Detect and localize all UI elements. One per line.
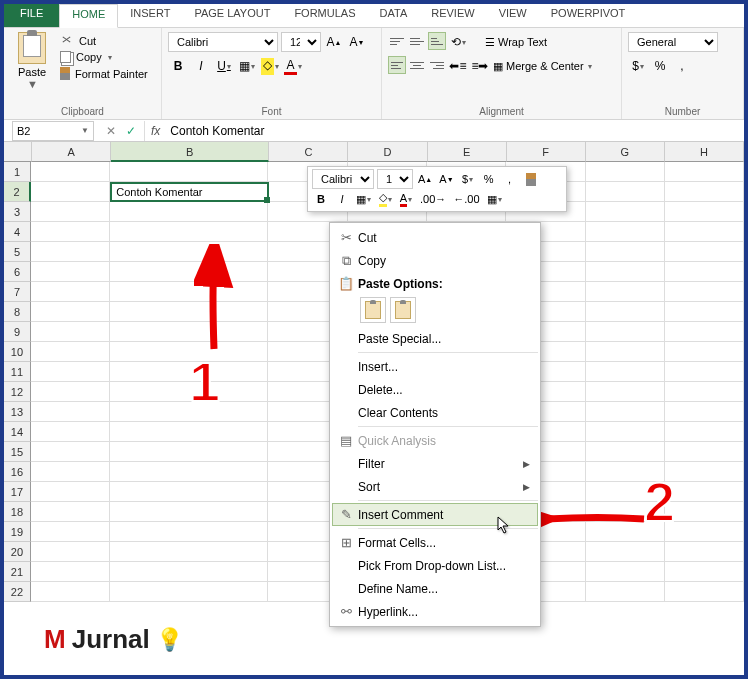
row-header-14[interactable]: 14 — [4, 422, 31, 442]
cell-B14[interactable] — [110, 422, 268, 442]
ctx-format-cells[interactable]: ⊞Format Cells... — [332, 531, 538, 554]
column-header-E[interactable]: E — [428, 142, 507, 162]
decrease-indent-button[interactable]: ⬅≡ — [448, 56, 468, 76]
cell-A2[interactable] — [31, 182, 110, 202]
align-left-button[interactable] — [388, 56, 406, 74]
ctx-hyperlink[interactable]: ⚯Hyperlink... — [332, 600, 538, 623]
cell-G4[interactable] — [586, 222, 665, 242]
row-header-15[interactable]: 15 — [4, 442, 31, 462]
mini-bold[interactable]: B — [312, 190, 330, 208]
mini-merge[interactable]: ▦▾ — [485, 190, 504, 208]
cell-H11[interactable] — [665, 362, 744, 382]
cell-A8[interactable] — [31, 302, 110, 322]
cell-G6[interactable] — [586, 262, 665, 282]
cell-B8[interactable] — [110, 302, 268, 322]
tab-review[interactable]: REVIEW — [419, 4, 486, 27]
cell-H8[interactable] — [665, 302, 744, 322]
cell-G8[interactable] — [586, 302, 665, 322]
cell-B19[interactable] — [110, 522, 268, 542]
tab-page-layout[interactable]: PAGE LAYOUT — [182, 4, 282, 27]
cell-G12[interactable] — [586, 382, 665, 402]
row-header-20[interactable]: 20 — [4, 542, 31, 562]
row-header-9[interactable]: 9 — [4, 322, 31, 342]
cell-H16[interactable] — [665, 462, 744, 482]
row-header-7[interactable]: 7 — [4, 282, 31, 302]
row-header-5[interactable]: 5 — [4, 242, 31, 262]
cell-A19[interactable] — [31, 522, 110, 542]
cell-H12[interactable] — [665, 382, 744, 402]
cell-B22[interactable] — [110, 582, 268, 602]
column-header-A[interactable]: A — [32, 142, 111, 162]
row-header-16[interactable]: 16 — [4, 462, 31, 482]
ctx-pick-dropdown[interactable]: Pick From Drop-down List... — [332, 554, 538, 577]
cell-G5[interactable] — [586, 242, 665, 262]
underline-button[interactable]: U▾ — [214, 56, 234, 76]
cell-H14[interactable] — [665, 422, 744, 442]
cell-H19[interactable] — [665, 522, 744, 542]
cell-B18[interactable] — [110, 502, 268, 522]
cell-A1[interactable] — [31, 162, 110, 182]
mini-decrease-font[interactable]: A▼ — [437, 170, 455, 188]
ctx-paste-special[interactable]: Paste Special... — [332, 327, 538, 350]
font-name-select[interactable]: Calibri — [168, 32, 278, 52]
row-header-11[interactable]: 11 — [4, 362, 31, 382]
mini-increase-font[interactable]: A▲ — [416, 170, 434, 188]
align-middle-button[interactable] — [408, 32, 426, 50]
mini-font-name[interactable]: Calibri — [312, 169, 374, 189]
cell-G21[interactable] — [586, 562, 665, 582]
tab-home[interactable]: HOME — [59, 4, 118, 28]
cell-B20[interactable] — [110, 542, 268, 562]
cell-G9[interactable] — [586, 322, 665, 342]
row-header-2[interactable]: 2 — [4, 182, 31, 202]
tab-formulas[interactable]: FORMULAS — [282, 4, 367, 27]
mini-dec-decimal[interactable]: ←.00 — [451, 190, 481, 208]
cell-H1[interactable] — [665, 162, 744, 182]
cell-H10[interactable] — [665, 342, 744, 362]
cell-H9[interactable] — [665, 322, 744, 342]
cell-B6[interactable] — [110, 262, 268, 282]
mini-italic[interactable]: I — [333, 190, 351, 208]
copy-button[interactable]: Copy▾ — [60, 51, 148, 63]
cell-A15[interactable] — [31, 442, 110, 462]
cell-G11[interactable] — [586, 362, 665, 382]
bold-button[interactable]: B — [168, 56, 188, 76]
mini-font-color[interactable]: A▾ — [397, 190, 415, 208]
ctx-sort[interactable]: Sort▶ — [332, 475, 538, 498]
cell-H5[interactable] — [665, 242, 744, 262]
cell-A5[interactable] — [31, 242, 110, 262]
column-header-G[interactable]: G — [586, 142, 665, 162]
mini-accounting[interactable]: $▾ — [459, 170, 477, 188]
name-box[interactable]: B2▼ — [12, 121, 94, 141]
cell-A18[interactable] — [31, 502, 110, 522]
cell-G2[interactable] — [586, 182, 665, 202]
cell-H3[interactable] — [665, 202, 744, 222]
cell-G10[interactable] — [586, 342, 665, 362]
cell-B3[interactable] — [110, 202, 268, 222]
ctx-filter[interactable]: Filter▶ — [332, 452, 538, 475]
cell-H17[interactable] — [665, 482, 744, 502]
cell-A14[interactable] — [31, 422, 110, 442]
comma-button[interactable]: , — [672, 56, 692, 76]
cell-H4[interactable] — [665, 222, 744, 242]
borders-button[interactable]: ▦▾ — [237, 56, 257, 76]
cell-H21[interactable] — [665, 562, 744, 582]
tab-powerpivot[interactable]: POWERPIVOT — [539, 4, 638, 27]
font-color-button[interactable]: A▾ — [283, 56, 303, 76]
cell-G13[interactable] — [586, 402, 665, 422]
wrap-text-button[interactable]: ☰ Wrap Text — [484, 32, 548, 52]
cell-H7[interactable] — [665, 282, 744, 302]
mini-borders[interactable]: ▦▾ — [354, 190, 373, 208]
decrease-font-button[interactable]: A▼ — [347, 32, 367, 52]
accounting-format-button[interactable]: $▾ — [628, 56, 648, 76]
mini-inc-decimal[interactable]: .00→ — [418, 190, 448, 208]
ctx-cut[interactable]: ✂Cut — [332, 226, 538, 249]
cell-A10[interactable] — [31, 342, 110, 362]
cell-G7[interactable] — [586, 282, 665, 302]
increase-indent-button[interactable]: ≡➡ — [470, 56, 490, 76]
cell-B4[interactable] — [110, 222, 268, 242]
align-center-button[interactable] — [408, 56, 426, 74]
cell-A6[interactable] — [31, 262, 110, 282]
cell-B16[interactable] — [110, 462, 268, 482]
row-header-4[interactable]: 4 — [4, 222, 31, 242]
cell-B15[interactable] — [110, 442, 268, 462]
